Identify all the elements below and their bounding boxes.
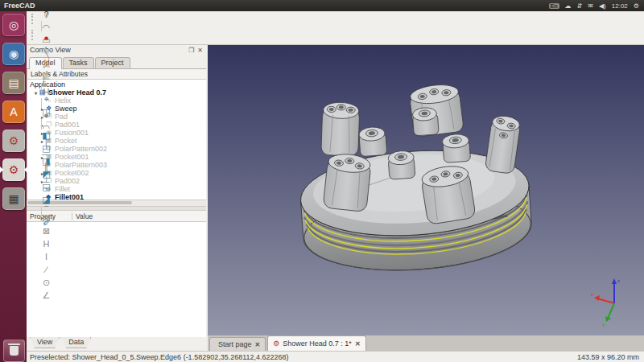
y-axis-label: y bbox=[602, 322, 605, 327]
unity-launcher: ◎ ◉ ▤ A ⚙ ⚙ ▦ bbox=[0, 11, 27, 362]
document-tab-label: Shower Head 0.7 : 1* bbox=[283, 339, 352, 348]
toolbar-separator bbox=[41, 98, 47, 109]
sketch-extend-tool[interactable]: ⊢ bbox=[39, 72, 53, 85]
clock[interactable]: 12:02 bbox=[612, 2, 628, 10]
nozzle-cylinder bbox=[412, 107, 439, 136]
launcher-ubuntu-dash[interactable]: ◎ bbox=[2, 14, 25, 36]
constraint-parallel[interactable]: ∥ bbox=[39, 160, 53, 173]
property-view-tab[interactable]: View bbox=[30, 337, 60, 348]
x-axis-label: x bbox=[591, 292, 593, 297]
messaging-icon[interactable]: ✉ bbox=[588, 2, 593, 10]
property-table-body[interactable] bbox=[27, 222, 206, 337]
constraint-lock[interactable]: ⊠ bbox=[39, 224, 53, 237]
shower-head-render: z x y bbox=[208, 44, 644, 335]
axis-indicator: z x y bbox=[591, 278, 620, 327]
network-updown-icon[interactable]: ⇵ bbox=[577, 2, 583, 10]
launcher-chromium[interactable]: ◉ bbox=[2, 43, 25, 65]
active-app-title: FreeCAD bbox=[0, 2, 35, 10]
panel-float-icon[interactable]: ❐ bbox=[188, 47, 194, 54]
sketch-trim-tool[interactable]: ✄ bbox=[39, 60, 53, 72]
ubuntu-top-panel: FreeCAD En☁⇵✉◀)12:02⚙ bbox=[0, 0, 644, 11]
boss-left bbox=[323, 152, 372, 212]
status-bar: Preselected: Shower_Head_0_5.Sweep.Edge6… bbox=[27, 351, 644, 362]
sketch-line-tool[interactable]: ╲ bbox=[39, 47, 53, 60]
constraint-horizontal-distance[interactable]: H bbox=[39, 237, 53, 250]
document-tab[interactable]: Start page ✕ bbox=[209, 337, 266, 351]
document-tab-label: Start page bbox=[218, 340, 252, 348]
toolbar-drag-handle[interactable] bbox=[31, 14, 37, 24]
nozzle-cylinder bbox=[442, 134, 471, 163]
3d-viewport[interactable]: z x y bbox=[208, 44, 644, 335]
boss-top-left bbox=[321, 102, 360, 157]
toolbar-drag-handle[interactable] bbox=[31, 30, 37, 40]
document-tab-bar: Start page ✕ ⚙ Shower Head 0.7 : 1* ✕ bbox=[208, 335, 644, 351]
close-tab-icon[interactable]: ✕ bbox=[255, 341, 261, 348]
constraint-distance[interactable]: ∕ bbox=[39, 263, 53, 276]
launcher-file-manager[interactable]: ▤ bbox=[2, 72, 25, 94]
toolbar-file: ▢❒↧▤✂❐▣↶▾↷▾⟳❒Part Design▲▼?●■✎▶⌖◳◧◰◨◩◱◪✐ bbox=[27, 11, 644, 27]
launcher-software-center[interactable]: A bbox=[2, 101, 25, 123]
boss-bottom-middle bbox=[419, 163, 476, 225]
freecad-toolbars: ▢❒↧▤✂❐▣↶▾↷▾⟳❒Part Design▲▼?●■✎▶⌖◳◧◰◨◩◱◪✐… bbox=[27, 11, 644, 45]
document-tab[interactable]: ⚙ Shower Head 0.7 : 1* ✕ bbox=[267, 335, 365, 351]
freecad-file-icon: ⚙ bbox=[273, 339, 279, 348]
session-gear-icon[interactable]: ⚙ bbox=[634, 2, 639, 10]
constraint-tangent[interactable]: ⌒ bbox=[39, 186, 53, 199]
constraint-horizontal[interactable]: ― bbox=[39, 147, 53, 160]
launcher-trash[interactable] bbox=[3, 339, 25, 362]
constraint-vertical-distance[interactable]: I bbox=[39, 250, 53, 263]
property-view-tab[interactable]: Data bbox=[61, 337, 91, 348]
z-axis-label: z bbox=[617, 278, 620, 283]
keyboard-layout-indicator[interactable]: En bbox=[549, 3, 559, 9]
launcher-system-settings[interactable]: ⚙ bbox=[2, 130, 25, 152]
launcher-freecad[interactable]: ⚙ bbox=[2, 158, 25, 181]
sketch-arc-tool[interactable]: ◠ bbox=[39, 21, 53, 34]
constraint-vertical[interactable]: ∣ bbox=[39, 134, 53, 147]
viewport-dimensions: 143.59 x 96.20 mm bbox=[577, 353, 644, 361]
nozzle-cylinder bbox=[358, 126, 386, 157]
constraint-angle[interactable]: ∠ bbox=[39, 289, 53, 302]
constraint-perpendicular[interactable]: ⊥ bbox=[39, 173, 53, 186]
nozzle-cylinder bbox=[388, 150, 415, 180]
constraint-coincident[interactable]: ● bbox=[39, 109, 53, 121]
constraint-radius[interactable]: ⊙ bbox=[39, 276, 53, 289]
sketch-rectangle-tool[interactable]: ▭ bbox=[39, 34, 53, 47]
boss-right bbox=[485, 114, 521, 174]
expand-arrow-icon[interactable]: ▾ bbox=[32, 90, 39, 96]
panel-indicators: En☁⇵✉◀)12:02⚙ bbox=[549, 2, 644, 10]
close-tab-icon[interactable]: ✕ bbox=[355, 340, 361, 348]
freecad-desktop: FreeCAD En☁⇵✉◀)12:02⚙ ◎ ◉ ▤ A ⚙ ⚙ bbox=[0, 0, 644, 362]
constraint-point-on-object[interactable]: ◠ bbox=[39, 121, 53, 134]
trash-icon bbox=[10, 346, 19, 356]
volume-icon[interactable]: ◀) bbox=[599, 2, 606, 10]
constraint-equal[interactable]: = bbox=[39, 199, 53, 212]
launcher-calculator[interactable]: ▦ bbox=[2, 187, 25, 210]
sketch-external-geometry-tool[interactable]: H bbox=[39, 85, 53, 98]
panel-close-icon[interactable]: ✕ bbox=[197, 47, 203, 54]
cloud-sync-icon[interactable]: ☁ bbox=[565, 2, 572, 10]
status-message: Preselected: Shower_Head_0_5.Sweep.Edge6… bbox=[27, 353, 289, 361]
property-view-tabs: ViewData bbox=[27, 337, 206, 351]
constraint-symmetric[interactable]: ⋈ bbox=[39, 212, 53, 224]
shower-head-model bbox=[293, 78, 534, 278]
